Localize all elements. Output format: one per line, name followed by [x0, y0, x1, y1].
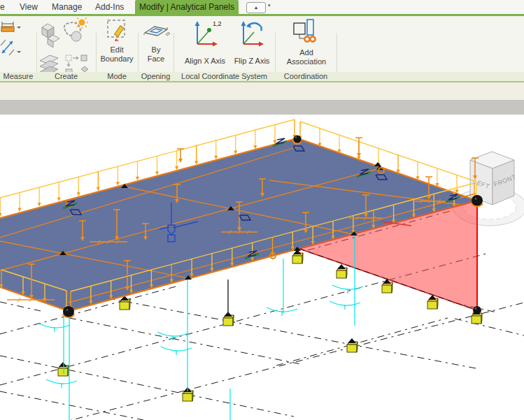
grid-line — [0, 302, 41, 311]
panel-label-measure[interactable]: Measure — [0, 72, 36, 81]
edit-boundary-icon — [97, 17, 137, 41]
node-ball-highlight — [295, 136, 297, 138]
menu-item-addins[interactable]: Add-Ins — [91, 0, 128, 14]
add-association-icon — [278, 17, 334, 45]
by-face-icon — [139, 17, 173, 41]
panel-label-mode[interactable]: Mode — [96, 72, 138, 81]
load-arrowhead-icon — [77, 192, 80, 196]
panel-label-coordination[interactable]: Coordination — [275, 72, 337, 81]
node-axis-glyph — [276, 138, 285, 144]
load-arrowhead-icon — [0, 213, 2, 217]
load-arrowhead-icon — [57, 198, 61, 202]
ribbon-minimize-button[interactable]: ▲ — [246, 2, 266, 13]
create-lasso-icon[interactable] — [64, 17, 88, 41]
node-ball — [294, 136, 302, 143]
support-box[interactable] — [120, 296, 130, 310]
menu-item-view[interactable]: View — [15, 0, 42, 14]
support-boundary-conditions[interactable] — [58, 296, 357, 401]
load-arrowhead-icon — [214, 156, 218, 160]
create-cubes-icon[interactable] — [42, 24, 59, 48]
menu-item-manage[interactable]: Manage — [48, 0, 86, 14]
create-convert-icon[interactable] — [66, 55, 88, 74]
grid-line — [42, 303, 524, 420]
load-arrowhead-icon — [97, 187, 100, 191]
panel-label-create[interactable]: Create — [36, 72, 96, 81]
measure-tools-icons[interactable] — [0, 19, 24, 58]
ruler-icon[interactable] — [1, 22, 21, 31]
model-view-canvas[interactable]: LEFT FRONT — [0, 115, 524, 420]
load-arrowhead-icon — [17, 208, 21, 212]
link-icon — [304, 36, 315, 41]
panel-label-opening[interactable]: Opening — [138, 72, 174, 81]
menu-bar: e View Manage Add-Ins Modify | Analytica… — [0, 0, 524, 14]
align-x-axis-icon: 1,2 — [176, 19, 234, 50]
svg-text:1,2: 1,2 — [213, 20, 222, 27]
load-arrowhead-icon — [38, 203, 41, 207]
analytical-model-view[interactable]: LEFT FRONT — [0, 115, 524, 420]
support-box[interactable] — [427, 295, 438, 309]
load-arrowhead-icon — [155, 171, 159, 175]
menu-item-partial[interactable]: e — [0, 0, 9, 14]
node-marker — [374, 162, 381, 166]
support-box[interactable] — [347, 338, 357, 352]
panel-label-lcs[interactable]: Local Coordinate System — [174, 72, 275, 81]
ribbon: Edit Boundary By Face — [0, 16, 524, 73]
point-load-arrowhead-icon — [178, 159, 183, 163]
revit-window: e View Manage Add-Ins Modify | Analytica… — [0, 0, 524, 420]
options-bar — [0, 82, 524, 100]
node-ball — [472, 195, 483, 206]
tab-modify-analytical-panels[interactable]: Modify | Analytical Panels — [135, 0, 239, 14]
measure-between-icon[interactable] — [1, 40, 21, 55]
node-ball-highlight — [475, 198, 477, 200]
pencil-icon — [115, 25, 125, 41]
create-tools-icons[interactable] — [38, 17, 94, 80]
view-title-band — [0, 100, 524, 115]
sun-icon — [76, 17, 88, 29]
node-ball-highlight — [66, 309, 69, 311]
load-arrowhead-icon — [136, 177, 139, 181]
grid-line — [0, 391, 143, 420]
load-arrowhead-icon — [175, 166, 178, 171]
ribbon-minimize-caret-icon[interactable]: ▾ — [268, 3, 271, 8]
load-arrowhead-icon — [194, 161, 198, 165]
node-ball — [63, 306, 74, 317]
support-box[interactable] — [292, 249, 303, 263]
grid-line — [0, 356, 294, 417]
support-box[interactable] — [337, 264, 347, 278]
node-ball-highlight — [475, 307, 477, 310]
ribbon-panel-labels: Measure Create Mode Opening Local Coordi… — [0, 72, 524, 81]
flip-z-axis-icon — [228, 19, 276, 50]
load-arrowhead-icon — [116, 182, 120, 186]
grid-line — [455, 319, 524, 335]
